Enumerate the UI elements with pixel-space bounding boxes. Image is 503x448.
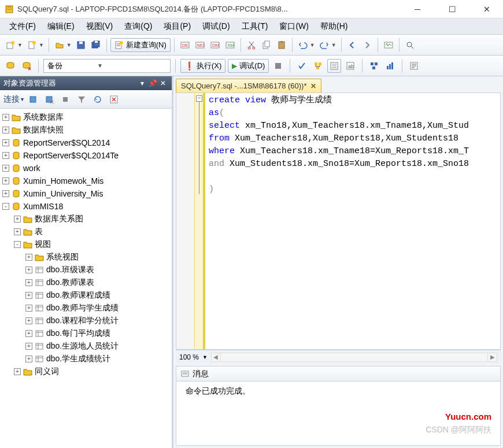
menu-tools[interactable]: 工具(T) bbox=[236, 20, 274, 33]
dropdown-icon[interactable]: ▼ bbox=[310, 42, 315, 48]
tree-node[interactable]: +dbo.课程和学分统计 bbox=[0, 314, 172, 327]
copy-icon[interactable] bbox=[260, 38, 273, 52]
tree-node[interactable]: +dbo.学生成绩统计 bbox=[0, 353, 172, 365]
connect-server-icon[interactable] bbox=[26, 92, 40, 106]
menu-debug[interactable]: 调试(D) bbox=[197, 20, 235, 33]
query-de-icon[interactable]: DE bbox=[178, 38, 192, 52]
menu-project[interactable]: 项目(P) bbox=[158, 20, 197, 33]
tree-node[interactable]: +数据库快照 bbox=[0, 124, 172, 136]
tree-node[interactable]: +dbo.班级课表 bbox=[0, 264, 172, 276]
expand-icon[interactable]: + bbox=[2, 114, 9, 121]
horizontal-scrollbar[interactable]: ◀ ▶ bbox=[211, 353, 497, 362]
close-button[interactable]: ✕ bbox=[475, 2, 498, 16]
nav-fwd-icon[interactable] bbox=[360, 38, 374, 52]
scroll-left-icon[interactable]: ◀ bbox=[212, 353, 221, 361]
menu-edit[interactable]: 编辑(E) bbox=[42, 20, 80, 33]
parse-icon[interactable] bbox=[295, 59, 309, 73]
disconnect-server-icon[interactable] bbox=[42, 92, 56, 106]
disconnect-icon[interactable] bbox=[20, 59, 34, 73]
expand-icon[interactable]: + bbox=[14, 228, 21, 235]
expand-icon[interactable]: + bbox=[25, 317, 32, 324]
query-dm-icon[interactable]: DM bbox=[208, 38, 222, 52]
expand-icon[interactable]: + bbox=[25, 330, 32, 337]
execute-button[interactable]: ❗ 执行(X) bbox=[180, 59, 225, 73]
expand-icon[interactable]: + bbox=[2, 165, 9, 172]
query-mo-icon[interactable]: MO bbox=[193, 38, 207, 52]
estimated-plan-icon[interactable] bbox=[311, 59, 325, 73]
code-editor[interactable]: − create view 教师与学生成绩 as( select xm_Tno1… bbox=[176, 92, 501, 350]
pin-icon[interactable]: 📌 bbox=[147, 78, 158, 88]
cancel-query-icon[interactable] bbox=[271, 59, 285, 73]
tree-node[interactable]: +dbo.教师课表 bbox=[0, 276, 172, 289]
new-project-icon[interactable] bbox=[3, 38, 17, 52]
expand-icon[interactable]: + bbox=[14, 216, 21, 223]
tab-sqlquery7[interactable]: SQLQuery7.sql -...1SM8\86178 (60))* ✕ bbox=[176, 79, 321, 92]
expand-icon[interactable]: + bbox=[25, 343, 32, 350]
minimize-button[interactable]: ─ bbox=[406, 2, 429, 16]
activity-monitor-icon[interactable] bbox=[382, 38, 395, 52]
filter-icon[interactable] bbox=[75, 92, 88, 106]
paste-icon[interactable] bbox=[275, 38, 289, 52]
actual-plan-icon[interactable] bbox=[367, 59, 381, 73]
dropdown-icon[interactable]: ▼ bbox=[17, 42, 23, 48]
chevron-down-icon[interactable]: ▼ bbox=[202, 354, 208, 360]
menu-window[interactable]: 窗口(W) bbox=[273, 20, 315, 33]
expand-icon[interactable]: + bbox=[25, 356, 32, 362]
code-content[interactable]: create view 教师与学生成绩 as( select xm_Tno18,… bbox=[205, 93, 472, 349]
registered-servers-icon[interactable] bbox=[107, 92, 121, 106]
results-text-icon[interactable] bbox=[407, 59, 421, 73]
dropdown-icon[interactable]: ▼ bbox=[66, 42, 72, 48]
tree-node[interactable]: +Xumin_Homewok_Mis bbox=[0, 175, 172, 187]
tree-node[interactable]: +Xumin_University_Mis bbox=[0, 187, 172, 200]
expand-icon[interactable]: + bbox=[2, 177, 9, 184]
expand-icon[interactable]: + bbox=[2, 139, 9, 146]
tree-node[interactable]: +ReportServer$SQL2014 bbox=[0, 136, 172, 149]
redo-icon[interactable] bbox=[317, 38, 331, 52]
expand-icon[interactable]: + bbox=[2, 127, 9, 134]
undo-icon[interactable] bbox=[296, 38, 310, 52]
tree-node[interactable]: +dbo.生源地人员统计 bbox=[0, 340, 172, 353]
tree-node[interactable]: +系统数据库 bbox=[0, 111, 172, 124]
close-icon[interactable]: ✕ bbox=[310, 82, 316, 90]
tree-node[interactable]: +同义词 bbox=[0, 365, 172, 378]
tree-node[interactable]: +dbo.教师课程成绩 bbox=[0, 289, 172, 302]
database-combo[interactable]: 备份 ▼ bbox=[43, 59, 171, 73]
expand-icon[interactable]: + bbox=[25, 254, 32, 261]
tree-node[interactable]: +表 bbox=[0, 225, 172, 238]
client-stats-icon[interactable] bbox=[383, 59, 397, 73]
expand-icon[interactable]: + bbox=[25, 292, 32, 299]
scroll-right-icon[interactable]: ▶ bbox=[487, 353, 497, 361]
debug-button[interactable]: ▶ 调试(D) bbox=[228, 59, 269, 73]
expand-icon[interactable]: + bbox=[2, 190, 9, 197]
stop-icon[interactable] bbox=[58, 92, 72, 106]
tree-node[interactable]: +dbo.每门平均成绩 bbox=[0, 327, 172, 340]
expand-icon[interactable]: - bbox=[2, 203, 9, 210]
nav-back-icon[interactable] bbox=[345, 38, 359, 52]
tree-node[interactable]: +dbo.教师与学生成绩 bbox=[0, 302, 172, 314]
menu-query[interactable]: 查询(Q) bbox=[119, 20, 158, 33]
new-query-button[interactable]: 新建查询(N) bbox=[110, 38, 171, 52]
zoom-level[interactable]: 100 % bbox=[179, 353, 199, 361]
intellisense-icon[interactable]: ab bbox=[343, 59, 357, 73]
tree-node[interactable]: -视图 bbox=[0, 238, 172, 251]
maximize-button[interactable]: ☐ bbox=[441, 2, 464, 16]
expand-icon[interactable]: + bbox=[2, 152, 9, 159]
save-icon[interactable] bbox=[74, 38, 88, 52]
dropdown-icon[interactable]: ▼ bbox=[39, 42, 44, 48]
expand-icon[interactable]: - bbox=[14, 241, 21, 248]
tree-node[interactable]: -XumMIS18 bbox=[0, 200, 172, 213]
tree-node[interactable]: +数据库关系图 bbox=[0, 213, 172, 225]
dropdown-icon[interactable]: ▾ bbox=[137, 78, 147, 88]
find-icon[interactable] bbox=[403, 38, 417, 52]
connect-button[interactable]: 连接 ▾ bbox=[3, 94, 24, 105]
query-xm-icon[interactable]: XM bbox=[223, 38, 237, 52]
menu-file[interactable]: 文件(F) bbox=[3, 20, 42, 33]
expand-icon[interactable]: + bbox=[25, 279, 32, 286]
new-file-icon[interactable] bbox=[25, 38, 39, 52]
menu-help[interactable]: 帮助(H) bbox=[315, 20, 353, 33]
close-icon[interactable]: ✕ bbox=[158, 78, 168, 88]
change-connection-icon[interactable] bbox=[3, 59, 17, 73]
cut-icon[interactable] bbox=[245, 38, 258, 52]
expand-icon[interactable]: + bbox=[25, 305, 32, 312]
collapse-icon[interactable]: − bbox=[196, 95, 202, 102]
